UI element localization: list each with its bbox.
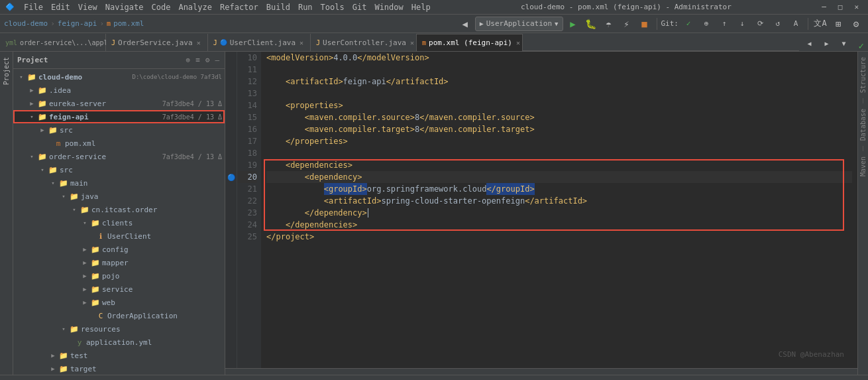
tab-icon-xml: m <box>422 39 426 46</box>
menu-code[interactable]: Code <box>148 0 175 14</box>
close-btn[interactable]: ✕ <box>850 3 863 11</box>
tab-close-btn[interactable]: ✕ <box>195 38 202 47</box>
toolbar-run-btn[interactable]: ▶ <box>565 16 581 32</box>
tabs-scroll-right[interactable]: ▶ <box>819 35 835 51</box>
tree-item-eureka-server[interactable]: ▶ 📁 eureka-server 7af3dbe4 / 13 Δ <box>13 97 225 110</box>
menu-help[interactable]: Help <box>407 0 435 14</box>
menu-edit[interactable]: Edit <box>47 0 74 14</box>
toolbar-back-btn[interactable]: ◀ <box>457 16 473 32</box>
tree-item-application-yml[interactable]: y application.yml <box>13 336 225 349</box>
tree-item-test[interactable]: ▶ 📁 test <box>13 349 225 362</box>
java-class-icon: C <box>95 312 106 320</box>
tree-item-idea[interactable]: ▶ 📁 .idea <box>13 84 225 97</box>
tree-item-order-src[interactable]: ▾ 📁 src <box>13 163 225 176</box>
sidebar-collapse-btn[interactable]: ≡ <box>194 54 201 66</box>
left-panels: Project <box>0 52 13 375</box>
tree-item-resources[interactable]: ▾ 📁 resources <box>13 322 225 336</box>
tab-close-btn[interactable]: ✕ <box>515 38 521 47</box>
folder-icon: 📁 <box>37 153 48 161</box>
tab-orderservice-java[interactable]: J OrderService.java ✕ <box>106 34 208 51</box>
menu-tools[interactable]: Tools <box>317 0 349 14</box>
tree-item-orderapplication[interactable]: C OrderApplication <box>13 309 225 322</box>
menu-navigate[interactable]: Navigate <box>101 0 148 14</box>
sidebar-settings-btn[interactable]: ⚙ <box>204 54 211 66</box>
code-line-22: <artifactId>spring-cloud-starter-openfei… <box>266 195 852 207</box>
tree-item-feign-api[interactable]: ▾ 📁 feign-api 7af3dbe4 / 13 Δ <box>13 110 225 123</box>
structure-panel-label[interactable]: Structure <box>858 54 868 95</box>
folder-icon: 📁 <box>90 298 101 307</box>
code-editor[interactable]: <modelVersion>4.0.0</modelVersion> <arti… <box>261 52 857 368</box>
toolbar-settings-btn[interactable]: ⚙ <box>848 16 864 32</box>
code-line-17: </properties> <box>266 135 852 147</box>
tree-item-pojo[interactable]: ▶ 📁 pojo <box>13 269 225 283</box>
project-panel-icon[interactable]: Project <box>1 54 11 88</box>
tab-close-btn[interactable]: ✕ <box>409 38 415 47</box>
editor-gutter: 🔵 <box>225 52 237 368</box>
database-panel-label[interactable]: Database <box>858 106 868 143</box>
tree-item-feign-pom[interactable]: m pom.xml <box>13 137 225 150</box>
tab-usercontroller-java[interactable]: J UserController.java ✕ <box>311 34 417 51</box>
breadcrumb-part-1[interactable]: cloud-demo <box>4 19 48 28</box>
toolbar-debug-btn[interactable]: 🐛 <box>583 16 599 32</box>
menu-run[interactable]: Run <box>294 0 317 14</box>
tree-item-order-service[interactable]: ▾ 📁 order-service 7af3dbe4 / 13 Δ <box>13 150 225 163</box>
tab-close-btn[interactable]: ✕ <box>298 38 305 47</box>
tab-label: UserController.java <box>323 38 406 47</box>
tab-label: UserClient.java <box>230 38 296 47</box>
tree-item-mapper[interactable]: ▶ 📁 mapper <box>13 256 225 269</box>
code-line-20: <dependency> <box>266 171 852 183</box>
tree-item-target[interactable]: ▶ 📁 target <box>13 362 225 375</box>
menu-refactor[interactable]: Refactor <box>216 0 262 14</box>
git-pull-btn[interactable]: ↓ <box>734 16 750 32</box>
folder-icon: 📁 <box>37 99 48 108</box>
tab-icon-java: J <box>111 39 115 46</box>
toolbar-profile-btn[interactable]: ⚡ <box>619 16 635 32</box>
tree-item-main[interactable]: ▾ 📁 main <box>13 176 225 190</box>
tree-item-java[interactable]: ▾ 📁 java <box>13 190 225 203</box>
horizontal-scrollbar[interactable] <box>225 368 857 375</box>
tabs-menu[interactable]: ▼ <box>836 35 852 51</box>
tree-item-userclient[interactable]: ℹ UserClient <box>13 229 225 243</box>
tree-item-cloud-demo[interactable]: ▾ 📁 cloud-demo D:\code\cloud-demo 7af3dl <box>13 70 225 84</box>
sidebar-add-btn[interactable]: ⊕ <box>185 54 192 66</box>
tree-item-feign-src[interactable]: ▶ 📁 src <box>13 123 225 137</box>
git-history-btn[interactable]: ⟳ <box>752 16 768 32</box>
git-annotate-btn[interactable]: A <box>788 16 804 32</box>
tabs-scroll-left[interactable]: ◀ <box>802 35 818 51</box>
tab-userclient-java[interactable]: J 🔵 UserClient.java ✕ <box>208 34 311 51</box>
git-label: Git: <box>661 19 679 28</box>
tree-item-service[interactable]: ▶ 📁 service <box>13 283 225 296</box>
git-check-btn[interactable]: ✓ <box>680 16 696 32</box>
toolbar-layout-btn[interactable]: ⊞ <box>830 16 846 32</box>
tree-item-cn-itcast-order[interactable]: ▾ 📁 cn.itcast.order <box>13 203 225 216</box>
toolbar-stop-btn[interactable]: ■ <box>637 16 653 32</box>
maven-panel-label[interactable]: Maven <box>858 154 868 179</box>
tree-item-clients[interactable]: ▾ 📁 clients <box>13 216 225 229</box>
menu-file[interactable]: File <box>20 0 47 14</box>
sidebar-close-btn[interactable]: — <box>213 54 221 66</box>
folder-icon: 📁 <box>48 126 58 135</box>
menu-view[interactable]: View <box>74 0 101 14</box>
code-line-25: </project> <box>266 231 852 243</box>
toolbar-translate-btn[interactable]: 文A <box>812 16 828 32</box>
tree-item-web[interactable]: ▶ 📁 web <box>13 296 225 309</box>
menu-git[interactable]: Git <box>349 0 371 14</box>
tab-pom-xml-active[interactable]: m pom.xml (feign-api) ✕ <box>417 34 523 51</box>
editor-area: 🔵 10 11 12 13 14 15 16 17 18 19 20 <box>225 52 857 375</box>
run-config-dropdown[interactable]: ▶ UserApplication ▼ <box>475 17 563 31</box>
tree-item-config[interactable]: ▶ 📁 config <box>13 243 225 256</box>
breadcrumb-part-2[interactable]: feign-api <box>58 19 97 28</box>
menu-window[interactable]: Window <box>370 0 407 14</box>
menu-analyze[interactable]: Analyze <box>174 0 216 14</box>
tab-icon-java: J <box>316 39 320 46</box>
git-commit-btn[interactable]: ⊕ <box>698 16 714 32</box>
tab-order-service-yml[interactable]: yml order-service\...\application.yml ● … <box>0 34 106 51</box>
menu-build[interactable]: Build <box>262 0 294 14</box>
breadcrumb-part-3[interactable]: pom.xml <box>113 19 144 28</box>
git-rollback-btn[interactable]: ↺ <box>770 16 786 32</box>
maximize-btn[interactable]: □ <box>834 3 847 11</box>
minimize-btn[interactable]: ─ <box>818 3 830 11</box>
toolbar-coverage-btn[interactable]: ☂ <box>601 16 617 32</box>
git-push-btn[interactable]: ↑ <box>716 16 732 32</box>
folder-icon: 📁 <box>90 259 101 267</box>
